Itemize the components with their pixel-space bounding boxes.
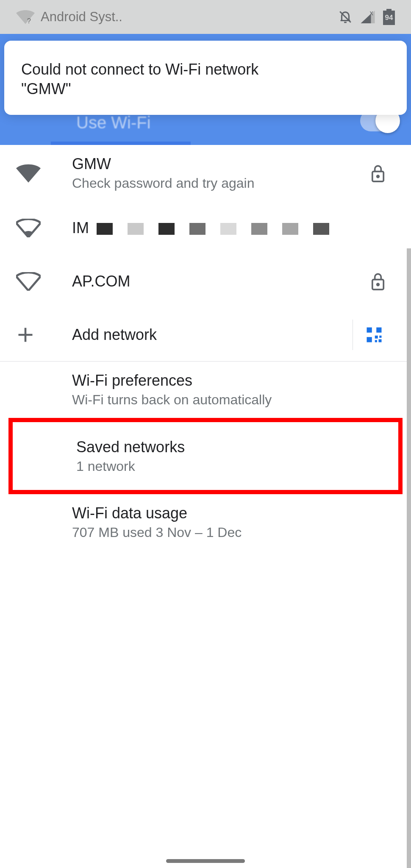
- wifi-content: GMW Check password and try again IM: [0, 145, 411, 868]
- network-status: Check password and try again: [72, 175, 361, 191]
- add-network-label: Add network: [72, 326, 353, 344]
- network-ssid: GMW: [72, 155, 361, 173]
- svg-rect-9: [367, 327, 372, 332]
- saved-networks-sub: 1 network: [76, 459, 382, 474]
- connection-error-toast[interactable]: Could not connect to Wi-Fi network "GMW": [4, 41, 407, 115]
- nav-pill[interactable]: [166, 859, 245, 863]
- svg-point-4: [377, 175, 379, 177]
- wifi-full-icon: [16, 164, 41, 183]
- wifi-pref-sub: Wi-Fi turns back on automatically: [72, 392, 395, 408]
- svg-rect-12: [375, 335, 378, 338]
- scrollbar[interactable]: [407, 248, 411, 868]
- wifi-weak-icon: ?: [16, 10, 35, 24]
- svg-rect-11: [367, 337, 372, 342]
- network-row-gmw[interactable]: GMW Check password and try again: [0, 145, 411, 201]
- qr-scan-button[interactable]: [353, 320, 395, 350]
- wifi-pref-title: Wi-Fi preferences: [72, 372, 395, 389]
- svg-rect-10: [376, 327, 381, 332]
- network-ssid: IM: [72, 219, 361, 237]
- wifi-usage-title: Wi-Fi data usage: [72, 504, 395, 522]
- status-left: ? Android Syst..: [16, 9, 338, 25]
- wifi-low-icon: [16, 219, 41, 237]
- svg-text:x: x: [370, 10, 374, 17]
- saved-networks-highlight: Saved networks 1 network: [8, 418, 403, 494]
- tab-indicator: [51, 142, 191, 145]
- svg-rect-14: [375, 340, 377, 342]
- add-network-row[interactable]: Add network: [0, 308, 411, 362]
- svg-rect-13: [379, 335, 381, 337]
- wifi-none-icon: [16, 272, 41, 291]
- toast-network-name: "GMW": [21, 80, 390, 98]
- lock-icon: [370, 164, 386, 183]
- saved-networks-row[interactable]: Saved networks 1 network: [13, 422, 398, 490]
- wifi-preferences-row[interactable]: Wi-Fi preferences Wi-Fi turns back on au…: [0, 362, 411, 418]
- wifi-data-usage-row[interactable]: Wi-Fi data usage 707 MB used 3 Nov – 1 D…: [0, 494, 411, 551]
- status-right: x 94: [338, 9, 395, 25]
- dnd-icon: [338, 10, 353, 24]
- status-notification-text: Android Syst..: [41, 9, 122, 25]
- toast-title: Could not connect to Wi-Fi network: [21, 59, 390, 80]
- svg-point-6: [377, 284, 379, 286]
- redacted-ssid: [97, 223, 329, 235]
- lock-icon: [370, 272, 386, 291]
- wifi-usage-sub: 707 MB used 3 Nov – 1 Dec: [72, 525, 395, 540]
- network-row-im[interactable]: IM: [0, 201, 411, 255]
- saved-networks-title: Saved networks: [76, 438, 382, 456]
- cell-signal-icon: x: [360, 10, 375, 24]
- svg-text:?: ?: [27, 17, 31, 24]
- network-ssid: AP.COM: [72, 273, 361, 290]
- status-bar: ? Android Syst.. x 94: [0, 0, 411, 34]
- svg-rect-15: [378, 339, 381, 342]
- plus-icon: [16, 326, 35, 344]
- use-wifi-label: Use Wi-Fi: [76, 113, 151, 132]
- battery-pct: 94: [385, 14, 393, 22]
- battery-icon: 94: [383, 9, 395, 25]
- network-row-apcom[interactable]: AP.COM: [0, 255, 411, 308]
- qr-icon: [365, 326, 383, 344]
